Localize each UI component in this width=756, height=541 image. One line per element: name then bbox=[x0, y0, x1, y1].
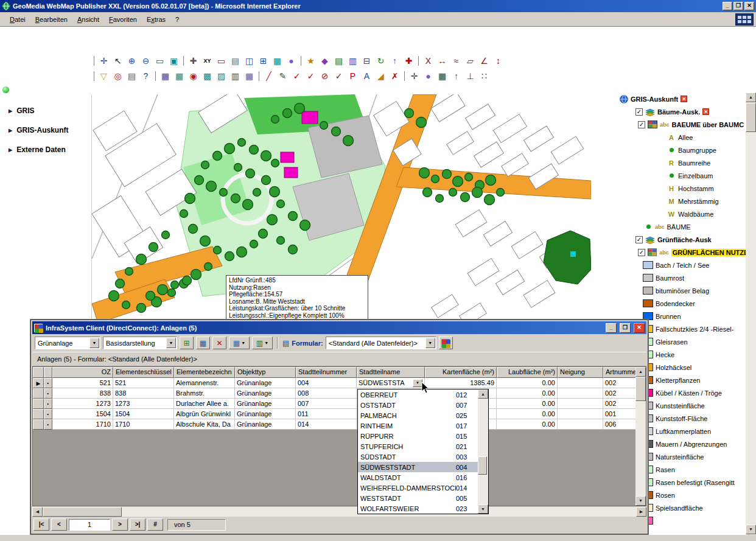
scroll-down-icon[interactable]: ▼ bbox=[746, 525, 756, 534]
pan-tool[interactable]: ✚ bbox=[187, 55, 200, 68]
maximize-button[interactable]: ❐ bbox=[733, 2, 743, 10]
scroll-down-icon[interactable]: ▼ bbox=[635, 496, 646, 506]
record-number-input[interactable] bbox=[69, 519, 110, 531]
layer-grid-tool-2[interactable]: ▦ bbox=[173, 70, 186, 83]
layer-grid-tool-1[interactable]: ▦ bbox=[159, 70, 172, 83]
new-record-button[interactable]: # bbox=[147, 518, 163, 531]
layer-grid-tool-5[interactable]: ▥ bbox=[229, 70, 242, 83]
close-icon[interactable]: ✕ bbox=[702, 108, 709, 115]
row-selector[interactable]: ▶ bbox=[33, 378, 44, 388]
layer-checkbox[interactable]: ✓ bbox=[635, 108, 643, 116]
sidebar-item-gris[interactable]: ▶GRIS bbox=[0, 101, 91, 120]
menu-extras[interactable]: Extras bbox=[142, 13, 170, 26]
cell-oz[interactable]: 1273 bbox=[52, 399, 113, 409]
scroll-thumb[interactable] bbox=[478, 456, 487, 475]
formular-combo[interactable]: <Standard (Alle Datenfelder)> ▼ bbox=[326, 337, 436, 349]
map-view[interactable]: LfdNr Grünfl.:485Nutzung:RasenPflegefläc… bbox=[91, 94, 590, 341]
table-row[interactable]: ·12731273Durlacher Allee a.Grünanlage007… bbox=[33, 399, 635, 409]
cell-neigung[interactable] bbox=[558, 419, 603, 430]
xy-coordinate-tool[interactable]: XY bbox=[201, 55, 214, 68]
delete-mark-tool[interactable]: ✗ bbox=[388, 70, 401, 83]
dropdown-item[interactable]: WALDSTADT016 bbox=[358, 472, 478, 483]
cell-stnr[interactable]: 011 bbox=[296, 409, 357, 419]
text-label-tool[interactable]: A bbox=[360, 70, 373, 83]
measure-area-tool[interactable]: ▱ bbox=[464, 55, 477, 68]
grid-horizontal-scrollbar[interactable]: ◀ ▶ bbox=[32, 507, 646, 517]
sidebar-item-gris-auskunft[interactable]: ▶GRIS-Auskunft bbox=[0, 120, 91, 140]
cell-oz[interactable]: 838 bbox=[52, 388, 113, 399]
cell-oz[interactable]: 1710 bbox=[52, 419, 113, 430]
legend-book-tool[interactable]: ▤ bbox=[125, 70, 138, 83]
combo-dropdown-button[interactable]: ▼ bbox=[413, 379, 422, 387]
dropdown-item[interactable]: OSTSTADT007 bbox=[358, 400, 478, 410]
cell-oz[interactable]: 1504 bbox=[52, 409, 113, 419]
table-row[interactable]: ·17101710Albschule Kita, DaGrünanlage014… bbox=[33, 419, 635, 430]
quick-launch-icon[interactable] bbox=[735, 13, 754, 26]
dropdown-item[interactable]: WESTSTADT005 bbox=[358, 493, 478, 503]
fit-view-tool[interactable]: ✛ bbox=[97, 55, 110, 68]
pin-tool[interactable]: ✛ bbox=[408, 70, 421, 83]
cell-schluessel[interactable]: 1273 bbox=[113, 399, 174, 409]
scroll-left-icon[interactable]: ◀ bbox=[32, 507, 43, 517]
cell-lf[interactable]: 0.00 bbox=[497, 399, 558, 409]
page-scrollbar[interactable]: ▲ ▼ bbox=[746, 92, 756, 534]
first-record-button[interactable]: |< bbox=[33, 518, 49, 531]
column-header-oz[interactable]: OZ bbox=[52, 367, 113, 378]
scroll-down-icon[interactable]: ▼ bbox=[478, 504, 488, 514]
column-header-stadtteilname[interactable]: Stadtteilname bbox=[357, 367, 425, 378]
cell-schluessel[interactable]: 838 bbox=[113, 388, 174, 399]
scroll-thumb[interactable] bbox=[746, 103, 756, 132]
close-button[interactable]: ✕ bbox=[744, 2, 754, 10]
zoom-extent-tool[interactable]: ▣ bbox=[167, 55, 180, 68]
last-record-button[interactable]: >| bbox=[130, 518, 145, 531]
dropdown-item[interactable]: SÜDSTADT003 bbox=[358, 452, 478, 462]
cell-neigung[interactable] bbox=[558, 378, 603, 388]
cell-schluessel[interactable]: 521 bbox=[113, 378, 174, 388]
cell-stnr[interactable]: 014 bbox=[296, 419, 357, 430]
column-header-kartenfläche-m[interactable]: Kartenfläche (m²) bbox=[425, 367, 497, 378]
new-map-window-tool[interactable]: ⊞ bbox=[257, 55, 270, 68]
dots-tool[interactable]: ∷ bbox=[478, 70, 491, 83]
add-record-button[interactable]: ⊞ bbox=[180, 337, 194, 349]
cell-objekttyp[interactable]: Grünanlage bbox=[235, 378, 296, 388]
cell-bezeichn[interactable]: Alemannenstr. bbox=[174, 378, 235, 388]
sphere-tool[interactable]: ● bbox=[422, 70, 435, 83]
cell-neigung[interactable] bbox=[558, 399, 603, 409]
cell-stnr[interactable]: 007 bbox=[296, 399, 357, 409]
column-header-stadtteilnummer[interactable]: Stadtteilnummer bbox=[296, 367, 357, 378]
scroll-up-icon[interactable]: ▲ bbox=[478, 389, 488, 399]
client-maximize-button[interactable]: ❐ bbox=[620, 323, 631, 333]
layer-checkbox[interactable]: ✓ bbox=[638, 121, 645, 128]
menu-bearbeiten[interactable]: Bearbeiten bbox=[30, 13, 72, 26]
cell-bezeichn[interactable]: Albgrün Grünwinkl bbox=[174, 409, 235, 419]
column-header-laubfläche-m[interactable]: Laubfläche (m²) bbox=[497, 367, 558, 378]
menu-datei[interactable]: Datei bbox=[5, 13, 30, 26]
measure-point-tool[interactable]: X bbox=[422, 55, 435, 68]
cell-art[interactable]: 001 bbox=[603, 409, 635, 419]
cell-bezeichn[interactable]: Durlacher Allee a. bbox=[174, 399, 235, 409]
cell-stname[interactable]: SÜDWESTSTA▼ bbox=[357, 378, 425, 388]
north-arrow-tool[interactable]: ↑ bbox=[450, 70, 463, 83]
delete-record-button[interactable]: ✕ bbox=[212, 337, 226, 349]
close-icon[interactable]: ✕ bbox=[681, 96, 687, 102]
table-row[interactable]: ▶·521521Alemannenstr.Grünanlage004SÜDWES… bbox=[33, 378, 635, 388]
zoom-in-tool[interactable]: ⊕ bbox=[125, 55, 138, 68]
column-header-elementebezeichn[interactable]: Elementebezeichn bbox=[174, 367, 235, 378]
cell-objekttyp[interactable]: Grünanlage bbox=[235, 409, 296, 419]
validate-check-tool[interactable]: ✓ bbox=[290, 70, 303, 83]
chevron-down-icon[interactable]: ▼ bbox=[425, 338, 435, 348]
view-combo[interactable]: Basisdarstellung ▼ bbox=[103, 337, 177, 349]
scroll-right-icon[interactable]: ▶ bbox=[636, 507, 646, 517]
row-selector[interactable] bbox=[33, 419, 44, 430]
raster-point-tool[interactable]: ◉ bbox=[187, 70, 200, 83]
column-header-neigung[interactable]: Neigung bbox=[558, 367, 603, 378]
cell-lf[interactable]: 0.00 bbox=[497, 388, 558, 399]
edit-check-tool[interactable]: ✓ bbox=[332, 70, 345, 83]
eraser-tool[interactable]: ◢ bbox=[374, 70, 387, 83]
search-magnifier-tool[interactable]: ◎ bbox=[111, 70, 124, 83]
menu-favoriten[interactable]: Favoriten bbox=[104, 13, 142, 26]
cell-art[interactable]: 002 bbox=[603, 388, 635, 399]
cell-stnr[interactable]: 004 bbox=[296, 378, 357, 388]
dropdown-item[interactable]: RÜPPURR015 bbox=[358, 431, 478, 441]
forbid-tool[interactable]: ⊘ bbox=[318, 70, 331, 83]
